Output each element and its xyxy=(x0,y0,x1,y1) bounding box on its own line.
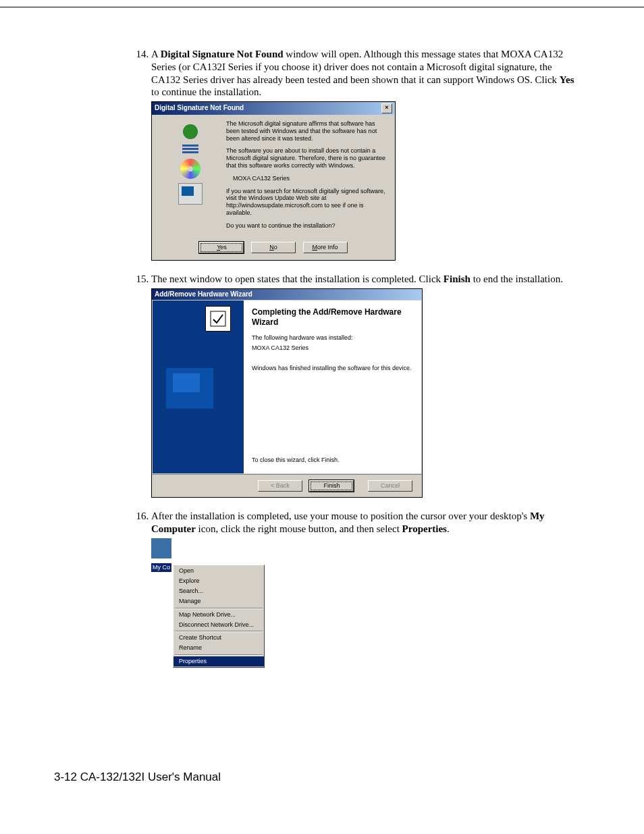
step16-bold2: Properties xyxy=(402,523,447,534)
step-15: The next window to open states that the … xyxy=(151,273,576,498)
menu-disconnect-drive[interactable]: Disconnect Network Drive... xyxy=(173,620,264,630)
step-list: A Digital Signature Not Found window wil… xyxy=(135,48,576,676)
step15-bold1: Finish xyxy=(444,273,471,284)
my-computer-label: My Co xyxy=(151,563,171,572)
yes-t: es xyxy=(220,244,227,251)
dlg1-button-row: Yes No More Info xyxy=(152,238,395,260)
dlg1-p1: The Microsoft digital signature affirms … xyxy=(226,120,388,142)
dlg2-titlebar: Add/Remove Hardware Wizard xyxy=(152,289,422,301)
menu-separator xyxy=(175,608,263,609)
hardware-wizard-dialog: Add/Remove Hardware Wizard Completing th… xyxy=(151,288,423,498)
menu-manage[interactable]: Manage xyxy=(173,596,264,606)
yes-button[interactable]: Yes xyxy=(199,242,244,253)
my-computer-icon[interactable] xyxy=(151,538,171,558)
digital-signature-dialog: Digital Signature Not Found × The Micros… xyxy=(151,101,396,261)
dlg1-p4: Do you want to continue the installation… xyxy=(226,222,388,230)
step14-text-a: A xyxy=(151,49,161,59)
step14-bold2: Yes xyxy=(560,74,574,85)
menu-create-shortcut[interactable]: Create Shortcut xyxy=(173,633,264,643)
menu-properties[interactable]: Properties xyxy=(173,656,264,667)
dlg1-p2: The software you are about to install do… xyxy=(226,147,388,169)
dlg2-button-row: < Back Finish Cancel xyxy=(152,474,422,497)
svg-rect-0 xyxy=(211,311,225,326)
wizard-sidebar xyxy=(153,301,244,473)
step-14: A Digital Signature Not Found window wil… xyxy=(151,48,576,261)
hardware-icon xyxy=(205,306,231,332)
context-menu: Open Explore Search... Manage Map Networ… xyxy=(173,565,265,668)
step16-text-b: icon, click the right mouse button, and … xyxy=(196,523,402,534)
menu-explore[interactable]: Explore xyxy=(173,576,264,586)
wizard-p1: The following hardware was installed: xyxy=(252,334,413,342)
back-button: < Back xyxy=(258,480,302,492)
more-info-button[interactable]: More Info xyxy=(303,242,348,253)
close-icon[interactable]: × xyxy=(381,103,392,113)
list-icon xyxy=(182,143,198,155)
desktop-snippet: My Co Open Explore Search... Manage Map … xyxy=(151,538,266,676)
step16-text-a: After the installation is completed, use… xyxy=(151,511,530,521)
menu-search[interactable]: Search... xyxy=(173,586,264,596)
wizard-heading: Completing the Add/Remove Hardware Wizar… xyxy=(252,307,413,328)
page-footer: 3-12 CA-132/132I User's Manual xyxy=(54,771,590,784)
sidebar-computer-icon xyxy=(166,368,213,409)
content-area: A Digital Signature Not Found window wil… xyxy=(135,48,576,676)
dlg1-titlebar: Digital Signature Not Found × xyxy=(152,102,395,115)
menu-open[interactable]: Open xyxy=(173,566,264,576)
dlg1-title: Digital Signature Not Found xyxy=(155,104,244,113)
page: A Digital Signature Not Found window wil… xyxy=(0,7,644,811)
dlg2-body: Completing the Add/Remove Hardware Wizar… xyxy=(153,301,421,473)
dlg1-body: The Microsoft digital signature affirms … xyxy=(152,115,395,238)
menu-map-drive[interactable]: Map Network Drive... xyxy=(173,610,264,620)
dlg2-title: Add/Remove Hardware Wizard xyxy=(155,290,252,298)
wizard-p2: Windows has finished installing the soft… xyxy=(252,365,413,372)
step-16: After the installation is completed, use… xyxy=(151,510,576,676)
dlg1-text-column: The Microsoft digital signature affirms … xyxy=(223,120,388,235)
no-t: o xyxy=(274,244,277,251)
step16-text-c: . xyxy=(447,523,450,534)
dlg1-icon-column xyxy=(157,120,223,235)
more-u: M xyxy=(313,244,318,251)
wizard-main: Completing the Add/Remove Hardware Wizar… xyxy=(244,301,421,473)
menu-separator xyxy=(175,654,263,656)
computer-icon xyxy=(178,183,203,205)
no-button[interactable]: No xyxy=(251,242,296,253)
finish-button[interactable]: Finish xyxy=(309,480,354,492)
dlg1-product: MOXA CA132 Series xyxy=(226,175,388,182)
step15-text-a: The next window to open states that the … xyxy=(151,273,444,284)
step14-text-c: to continue the installation. xyxy=(151,86,261,97)
step14-bold1: Digital Signature Not Found xyxy=(161,49,284,59)
dlg1-p3: If you want to search for Microsoft digi… xyxy=(226,188,388,217)
menu-separator xyxy=(175,631,263,632)
wizard-p3: To close this wizard, click Finish. xyxy=(252,457,413,464)
step15-text-b: to end the installation. xyxy=(471,273,563,284)
more-t: ore Info xyxy=(317,244,338,251)
globe-icon xyxy=(183,124,198,139)
wizard-product: MOXA CA132 Series xyxy=(252,344,413,352)
cancel-button: Cancel xyxy=(368,480,412,492)
cd-icon xyxy=(180,159,200,179)
menu-rename[interactable]: Rename xyxy=(173,643,264,653)
